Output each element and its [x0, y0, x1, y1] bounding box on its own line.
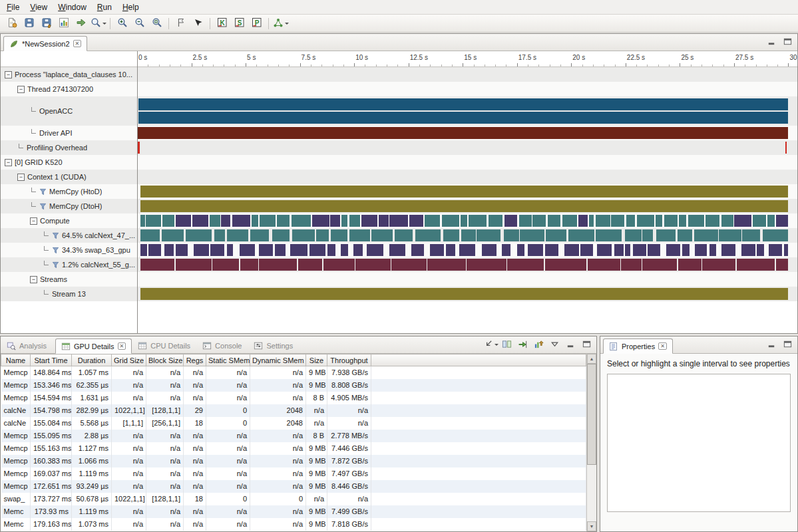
- collapse-toggle[interactable]: −: [30, 217, 37, 225]
- table-row[interactable]: swap_173.727 ms50.678 µs1022,1,1][128,1,…: [1, 493, 586, 505]
- save-session-button[interactable]: [21, 16, 37, 31]
- column-header-name[interactable]: Name: [1, 354, 31, 366]
- layout-button[interactable]: [499, 338, 514, 352]
- table-row[interactable]: Memc179.163 ms1.073 msn/an/an/an/an/a9 M…: [1, 518, 586, 531]
- timeline-tree-row[interactable]: 64.5% calcNext_47_...: [1, 228, 137, 243]
- stream-timeline-button[interactable]: S: [231, 16, 248, 31]
- timeline-bar[interactable]: [138, 200, 793, 212]
- collapse-toggle[interactable]: −: [17, 86, 25, 93]
- kernel-timeline-button[interactable]: K: [214, 16, 230, 31]
- scroll-up-arrow[interactable]: ▲: [587, 354, 596, 364]
- timeline-tree-row[interactable]: −Process "laplace_data_clauses 10...: [1, 67, 137, 82]
- scrollbar-thumb[interactable]: [587, 364, 596, 465]
- timeline-bar[interactable]: [138, 229, 793, 241]
- view-menu-button[interactable]: [547, 338, 562, 352]
- marker-flag-button[interactable]: [172, 16, 189, 31]
- table-row[interactable]: calcNe155.084 ms5.568 µs[1,1,1][256,1,1]…: [1, 417, 586, 430]
- column-header-block-size[interactable]: Block Size: [146, 354, 184, 366]
- table-row[interactable]: Memcp154.594 ms1.631 µsn/an/an/an/an/a8 …: [1, 392, 586, 404]
- menu-window[interactable]: Window: [53, 1, 92, 14]
- table-row[interactable]: Memcp148.864 ms1.057 msn/an/an/an/an/a9 …: [1, 366, 586, 379]
- timeline-tree-row[interactable]: MemCpy (HtoD): [1, 184, 137, 199]
- timeline-track[interactable]: [137, 243, 797, 257]
- tab-analysis[interactable]: Analysis: [1, 338, 53, 353]
- collapse-toggle[interactable]: −: [17, 174, 25, 181]
- timeline-bar[interactable]: [138, 112, 793, 124]
- table-row[interactable]: Memcp169.037 ms1.119 msn/an/an/an/an/a9 …: [1, 467, 586, 480]
- filter-icon[interactable]: [52, 232, 59, 239]
- close-properties-icon[interactable]: ✕: [658, 342, 667, 350]
- save-all-button[interactable]: [38, 16, 55, 31]
- tree-timeline-divider[interactable]: [137, 51, 138, 333]
- import-button[interactable]: [515, 338, 530, 352]
- maximize-button[interactable]: [579, 338, 594, 352]
- minimize-button[interactable]: [764, 338, 779, 352]
- column-header-regs[interactable]: Regs: [184, 354, 206, 366]
- timeline-tree-row[interactable]: 34.3% swap_63_gpu: [1, 243, 137, 257]
- timeline-track[interactable]: [137, 184, 797, 199]
- scroll-down-arrow[interactable]: ▼: [587, 521, 596, 531]
- column-header-dynamic-smem[interactable]: Dynamic SMem: [250, 354, 306, 366]
- show-chart-button[interactable]: [55, 16, 72, 31]
- filter-icon[interactable]: [52, 261, 59, 269]
- timeline-track[interactable]: [137, 213, 797, 228]
- timeline-track[interactable]: [137, 272, 797, 287]
- go-to-marker-button[interactable]: [190, 16, 206, 31]
- timeline-tree-row[interactable]: Driver API: [1, 126, 137, 140]
- column-header-start-time[interactable]: Start Time: [31, 354, 72, 366]
- tab-settings[interactable]: Settings: [248, 338, 299, 353]
- column-header-grid-size[interactable]: Grid Size: [112, 354, 146, 366]
- table-scrollbar[interactable]: ▲ ▼: [586, 354, 596, 531]
- timeline-track[interactable]: [137, 155, 797, 170]
- timeline-track[interactable]: [137, 228, 797, 243]
- zoom-out-button[interactable]: [131, 16, 148, 31]
- export-table-button[interactable]: [531, 338, 546, 352]
- close-session-icon[interactable]: ✕: [73, 40, 82, 47]
- timeline-track[interactable]: [137, 82, 797, 96]
- timeline-tree-row[interactable]: OpenACC: [1, 96, 137, 126]
- export-profile-button[interactable]: [73, 16, 89, 31]
- timeline-bar[interactable]: [138, 288, 793, 300]
- scroll-to-selection-button[interactable]: [483, 338, 498, 352]
- tab-session[interactable]: *NewSession2 ✕: [3, 36, 87, 51]
- column-header-throughput[interactable]: Throughput: [327, 354, 371, 366]
- tab-properties[interactable]: Properties ✕: [603, 338, 673, 354]
- collapse-toggle[interactable]: −: [5, 159, 12, 166]
- timeline-bar[interactable]: [138, 127, 793, 139]
- menu-view[interactable]: View: [25, 1, 53, 14]
- timeline-track[interactable]: [137, 170, 797, 184]
- filter-icon[interactable]: [39, 203, 47, 210]
- process-timeline-button[interactable]: P: [248, 16, 265, 31]
- timeline-bar[interactable]: [138, 244, 793, 256]
- collapse-toggle[interactable]: −: [30, 276, 37, 283]
- timeline-track[interactable]: [137, 287, 797, 301]
- table-row[interactable]: Memc173.93 ms1.119 msn/an/an/an/an/a9 MB…: [1, 505, 586, 518]
- table-row[interactable]: Memcp155.163 ms1.127 msn/an/an/an/an/a9 …: [1, 442, 586, 455]
- timeline-tree-row[interactable]: −[0] GRID K520: [1, 155, 137, 170]
- minimize-button[interactable]: [563, 338, 578, 352]
- timeline-bar[interactable]: [138, 142, 793, 154]
- filter-icon[interactable]: [39, 188, 47, 196]
- menu-file[interactable]: File: [1, 1, 25, 14]
- timeline-bar[interactable]: [138, 98, 793, 110]
- filter-icon[interactable]: [52, 247, 59, 254]
- timeline-tree-row[interactable]: −Context 1 (CUDA): [1, 170, 137, 184]
- column-header-duration[interactable]: Duration: [72, 354, 112, 366]
- timeline-ruler[interactable]: 0 s2.5 s5 s7.5 s10 s12.5 s15 s17.5 s20 s…: [1, 51, 797, 67]
- timeline-tree-row[interactable]: 1.2% calcNext_55_g...: [1, 257, 137, 272]
- minimize-button[interactable]: [764, 36, 779, 49]
- zoom-in-button[interactable]: [114, 16, 130, 31]
- close-tab-icon[interactable]: ✕: [118, 342, 126, 350]
- table-row[interactable]: Memcp172.651 ms93.249 µsn/an/an/an/an/a9…: [1, 480, 586, 493]
- maximize-button[interactable]: [780, 338, 795, 352]
- timeline-bar[interactable]: [138, 259, 793, 271]
- analyze-application-button[interactable]: [272, 16, 289, 31]
- table-row[interactable]: Memcp160.383 ms1.066 msn/an/an/an/an/a9 …: [1, 455, 586, 467]
- timeline-track[interactable]: [137, 67, 797, 82]
- menu-run[interactable]: Run: [92, 1, 117, 14]
- timeline-bar[interactable]: [138, 186, 793, 198]
- search-button[interactable]: [90, 16, 106, 31]
- timeline-track[interactable]: [137, 257, 797, 272]
- maximize-button[interactable]: [780, 36, 795, 49]
- column-header-size[interactable]: Size: [306, 354, 327, 366]
